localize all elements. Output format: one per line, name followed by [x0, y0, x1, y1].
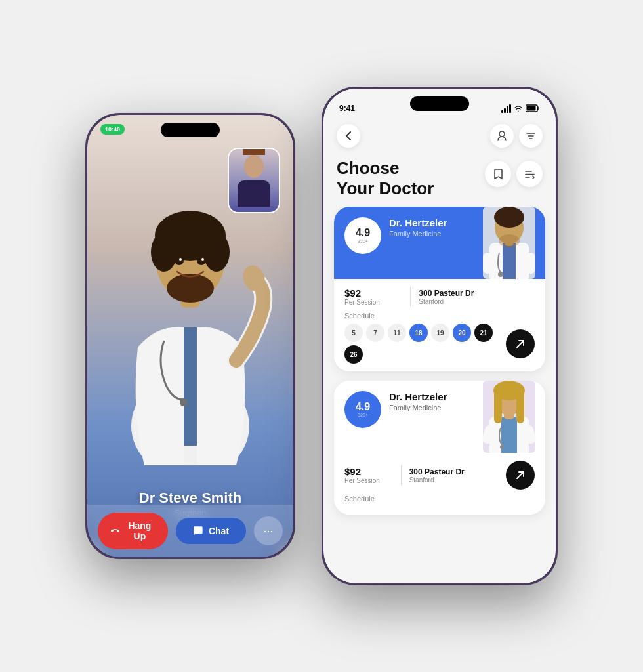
svg-point-32 [498, 272, 503, 277]
dynamic-island-left [161, 123, 220, 137]
arrow-icon-2 [515, 470, 526, 480]
date-21[interactable]: 21 [474, 324, 493, 342]
price-divider-2 [401, 465, 402, 485]
price-label-2: Per Session [344, 477, 393, 484]
rating-count-1: 320+ [358, 239, 368, 243]
date-18[interactable]: 18 [409, 324, 428, 342]
doctor-card-1[interactable]: 4.9 320+ Dr. Hertzeler Family Medicine [334, 207, 545, 371]
small-video-thumbnail [228, 148, 280, 213]
card-bottom-1: $92 Per Session 300 Pasteur Dr Stanford … [334, 279, 545, 371]
right-phone: 9:41 [322, 87, 558, 585]
caller-head [244, 155, 264, 178]
date-5[interactable]: 5 [344, 324, 363, 342]
location-block-1: 300 Pasteur Dr Stanford [419, 289, 535, 305]
hang-up-button[interactable]: Hang Up [98, 513, 168, 549]
hang-up-label: Hang Up [125, 520, 155, 541]
svg-rect-15 [527, 106, 536, 111]
profile-button[interactable] [490, 124, 514, 148]
price-location-1: $92 Per Session 300 Pasteur Dr Stanford [344, 287, 535, 306]
action-bar: Hang Up Chat ··· [87, 505, 293, 557]
sort-button[interactable] [516, 161, 543, 187]
svg-point-29 [499, 234, 520, 247]
status-bar-left: 10:40 [100, 124, 125, 135]
city-1: Stanford [419, 298, 535, 305]
rating-badge-2: 4.9 320+ [344, 391, 381, 428]
filter-icon [526, 131, 535, 140]
status-icons [501, 104, 540, 113]
header-actions [485, 161, 543, 187]
price-2: $92 [344, 466, 393, 477]
chat-button[interactable]: Chat [176, 518, 246, 544]
svg-point-28 [494, 207, 524, 228]
address-1: 300 Pasteur Dr [419, 289, 535, 298]
location-block-2: 300 Pasteur Dr Stanford [409, 467, 506, 484]
svg-rect-31 [526, 253, 535, 274]
chat-icon [193, 526, 203, 536]
page-header: ChooseYour Doctor [323, 153, 556, 207]
address-2: 300 Pasteur Dr [409, 467, 506, 476]
caller-video [229, 149, 279, 212]
schedule-label-2: Schedule [344, 495, 535, 503]
rating-count-2: 320+ [358, 413, 368, 417]
bookmark-icon [494, 169, 503, 179]
doctor-illustration-2 [480, 381, 539, 453]
doctor-photo-2 [480, 381, 539, 453]
caller-hair [243, 148, 265, 155]
card-top-featured: 4.9 320+ Dr. Hertzeler Family Medicine [334, 207, 545, 279]
back-button[interactable] [337, 124, 360, 148]
date-7[interactable]: 7 [366, 324, 384, 342]
go-button-2[interactable] [506, 461, 535, 490]
sort-icon [525, 170, 535, 178]
svg-point-43 [500, 445, 504, 449]
svg-point-5 [151, 232, 177, 272]
filter-button[interactable] [519, 124, 543, 148]
wifi-icon [514, 105, 523, 112]
date-11[interactable]: 11 [388, 324, 406, 342]
nav-bar [323, 119, 556, 153]
caller-body [238, 180, 270, 207]
battery-icon [526, 104, 540, 112]
svg-rect-25 [503, 243, 516, 279]
chat-label: Chat [209, 526, 229, 536]
doctor-cards-list: 4.9 320+ Dr. Hertzeler Family Medicine [323, 207, 556, 583]
rating-num-1: 4.9 [356, 228, 370, 238]
status-time-left: 10:40 [100, 124, 125, 135]
doctor-card-2[interactable]: 4.9 320+ Dr. Hertzeler Family Medicine [334, 381, 545, 514]
svg-point-8 [180, 398, 188, 406]
back-icon [345, 131, 352, 141]
svg-point-13 [201, 258, 204, 261]
doctor-illustration-1 [480, 207, 539, 279]
date-19[interactable]: 19 [431, 324, 449, 342]
more-button[interactable]: ··· [254, 516, 283, 545]
svg-point-7 [167, 274, 214, 303]
price-location-2: $92 Per Session 300 Pasteur Dr Stanford [344, 461, 535, 490]
right-screen: 9:41 [323, 89, 556, 583]
svg-point-10 [175, 256, 184, 265]
page-title: ChooseYour Doctor [337, 158, 434, 199]
date-26[interactable]: 26 [344, 345, 363, 364]
left-screen: 10:40 [87, 115, 293, 557]
card-top-regular: 4.9 320+ Dr. Hertzeler Family Medicine [334, 381, 545, 453]
rating-badge-1: 4.9 320+ [344, 217, 381, 254]
nav-action-icons [490, 124, 543, 148]
phone-icon [111, 526, 119, 536]
profile-icon [497, 131, 507, 141]
price-block-2: $92 Per Session [344, 466, 393, 484]
svg-rect-30 [483, 253, 492, 274]
card-bottom-2: $92 Per Session 300 Pasteur Dr Stanford [334, 453, 545, 514]
svg-point-16 [499, 131, 505, 136]
rating-num-2: 4.9 [356, 402, 370, 412]
left-phone: 10:40 [85, 113, 295, 559]
svg-point-11 [197, 256, 206, 265]
bookmark-button[interactable] [485, 161, 511, 187]
price-divider-1 [410, 287, 411, 306]
go-button-1[interactable] [506, 329, 535, 358]
schedule-label-1: Schedule [344, 312, 535, 320]
schedule-row-1: 5 7 11 18 19 20 21 26 [344, 324, 535, 364]
date-20[interactable]: 20 [453, 324, 471, 342]
price-label-1: Per Session [344, 299, 402, 306]
price-1: $92 [344, 287, 402, 299]
signal-icon [501, 104, 511, 113]
svg-rect-40 [516, 390, 524, 423]
price-block-1: $92 Per Session [344, 287, 402, 306]
